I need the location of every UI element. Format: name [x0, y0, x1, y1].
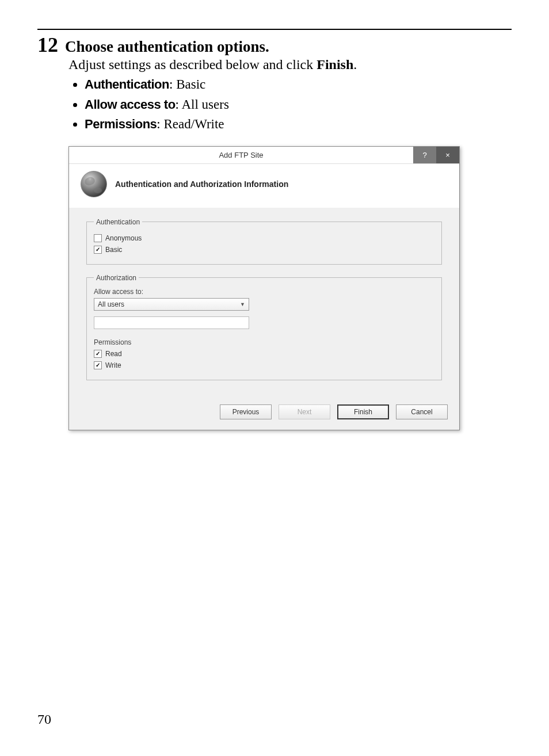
- dialog-titlebar: Add FTP Site ? ×: [69, 147, 459, 164]
- cancel-button[interactable]: Cancel: [396, 404, 448, 419]
- next-button: Next: [279, 404, 330, 419]
- globe-icon: [81, 171, 107, 197]
- write-label: Write: [105, 361, 121, 369]
- basic-checkbox[interactable]: [94, 246, 102, 254]
- bullet-label: Permissions: [85, 117, 157, 131]
- dialog-container: Add FTP Site ? × Authentication and Auth…: [68, 146, 460, 430]
- select-value: All users: [98, 300, 124, 308]
- dialog-body: Authentication Anonymous Basic Authoriza…: [69, 208, 459, 395]
- authentication-fieldset: Authentication Anonymous Basic: [86, 218, 442, 265]
- basic-checkbox-row[interactable]: Basic: [94, 246, 434, 254]
- bullet-list: Authentication: Basic Allow access to: A…: [85, 75, 512, 135]
- read-checkbox-row[interactable]: Read: [94, 350, 434, 358]
- specify-users-input[interactable]: [94, 316, 249, 329]
- bullet-allow-access: Allow access to: All users: [85, 95, 512, 115]
- allow-access-label: Allow access to:: [94, 288, 434, 296]
- authentication-legend: Authentication: [94, 218, 142, 226]
- bullet-authentication: Authentication: Basic: [85, 75, 512, 95]
- step-desc-suffix: .: [353, 57, 357, 72]
- anonymous-checkbox-row[interactable]: Anonymous: [94, 234, 434, 242]
- anonymous-label: Anonymous: [105, 234, 142, 242]
- finish-button[interactable]: Finish: [337, 404, 389, 419]
- chevron-down-icon: ▼: [240, 301, 245, 307]
- dialog-header: Authentication and Authorization Informa…: [69, 164, 459, 208]
- step-header: 12 Choose authentication options.: [37, 35, 512, 56]
- step-desc-prefix: Adjust settings as described below and c…: [68, 57, 317, 72]
- close-button[interactable]: ×: [436, 147, 459, 163]
- write-checkbox-row[interactable]: Write: [94, 361, 434, 369]
- read-label: Read: [105, 350, 122, 358]
- authorization-legend: Authorization: [94, 274, 139, 282]
- anonymous-checkbox[interactable]: [94, 234, 102, 242]
- top-rule: [37, 29, 512, 30]
- step-description: Adjust settings as described below and c…: [68, 57, 512, 72]
- step-number: 12: [37, 35, 58, 55]
- authorization-fieldset: Authorization Allow access to: All users…: [86, 274, 442, 380]
- basic-label: Basic: [105, 246, 122, 254]
- bullet-label: Authentication: [85, 77, 169, 91]
- help-button[interactable]: ?: [413, 147, 436, 163]
- bullet-label: Allow access to: [85, 97, 176, 112]
- dialog-footer: Previous Next Finish Cancel: [69, 395, 459, 430]
- dialog-title: Add FTP Site: [69, 147, 413, 163]
- read-checkbox[interactable]: [94, 350, 102, 358]
- previous-button[interactable]: Previous: [220, 404, 272, 419]
- write-checkbox[interactable]: [94, 361, 102, 369]
- add-ftp-site-dialog: Add FTP Site ? × Authentication and Auth…: [68, 146, 460, 430]
- permissions-label: Permissions: [94, 338, 434, 346]
- bullet-value: : Read/Write: [157, 117, 224, 131]
- page-number: 70: [37, 712, 51, 727]
- bullet-permissions: Permissions: Read/Write: [85, 114, 512, 135]
- step-title: Choose authentication options.: [65, 38, 269, 56]
- step-desc-bold: Finish: [317, 57, 353, 72]
- bullet-value: : All users: [176, 97, 229, 112]
- step-body: Adjust settings as described below and c…: [68, 57, 512, 135]
- allow-access-select[interactable]: All users ▼: [94, 298, 249, 311]
- bullet-value: : Basic: [169, 77, 205, 91]
- dialog-header-title: Authentication and Authorization Informa…: [115, 180, 288, 189]
